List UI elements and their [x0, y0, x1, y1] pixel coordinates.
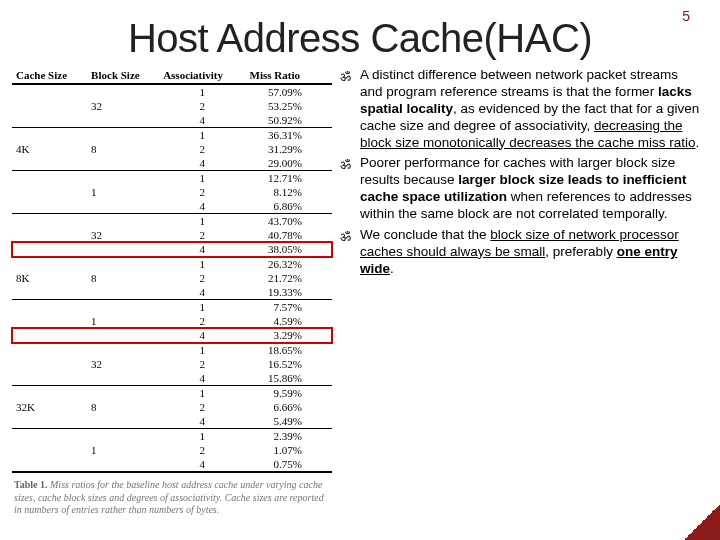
table-cell: 1: [87, 185, 159, 199]
col-associativity: Associativity: [159, 67, 245, 84]
table-panel: Cache Size Block Size Associativity Miss…: [12, 67, 332, 517]
table-row: 429.00%: [12, 156, 332, 171]
table-cell: [87, 386, 159, 401]
table-cell: 36.31%: [246, 128, 332, 143]
table-cell: 16.52%: [246, 357, 332, 371]
table-row: 46.86%: [12, 199, 332, 214]
bullet-icon: ॐ: [340, 229, 351, 245]
content-row: Cache Size Block Size Associativity Miss…: [0, 67, 720, 517]
table-cell: 21.72%: [246, 271, 332, 285]
table-cell: 7.57%: [246, 300, 332, 315]
bullet-icon: ॐ: [340, 69, 351, 85]
bullet-icon: ॐ: [340, 157, 351, 173]
table-cell: [12, 386, 87, 401]
page-number: 5: [682, 8, 690, 24]
table-row: 32253.25%: [12, 99, 332, 113]
table-cell: 1: [159, 386, 245, 401]
table-row: 40.75%: [12, 457, 332, 472]
bullet-text: We conclude that the: [360, 227, 490, 242]
table-row: 118.65%: [12, 343, 332, 358]
table-caption: Table 1. Miss ratios for the baseline ho…: [12, 479, 332, 517]
table-cell: 18.65%: [246, 343, 332, 358]
table-cell: 1: [159, 84, 245, 99]
table-cell: 8K: [12, 271, 87, 285]
table-cell: 2: [159, 357, 245, 371]
table-cell: [87, 171, 159, 186]
table-cell: [12, 314, 87, 328]
table-row: 12.39%: [12, 429, 332, 444]
bullet-text: .: [695, 135, 699, 150]
table-cell: 1: [87, 443, 159, 457]
table-cell: 5.49%: [246, 414, 332, 429]
table-cell: 2: [159, 99, 245, 113]
table-row: 17.57%: [12, 300, 332, 315]
table-row: 450.92%: [12, 113, 332, 128]
table-cell: 6.66%: [246, 400, 332, 414]
table-cell: 32K: [12, 400, 87, 414]
table-row: 45.49%: [12, 414, 332, 429]
table-cell: 19.33%: [246, 285, 332, 300]
table-cell: 32: [87, 228, 159, 242]
table-cell: 4: [159, 285, 245, 300]
table-cell: 38.05%: [246, 242, 332, 257]
table-cell: 1.07%: [246, 443, 332, 457]
table-cell: [87, 257, 159, 272]
table-cell: [87, 156, 159, 171]
page-title: Host Address Cache(HAC): [0, 16, 720, 61]
col-cache-size: Cache Size: [12, 67, 87, 84]
table-row: 124.59%: [12, 314, 332, 328]
table-row: 438.05%: [12, 242, 332, 257]
table-row: 19.59%: [12, 386, 332, 401]
col-block-size: Block Size: [87, 67, 159, 84]
table-cell: [12, 357, 87, 371]
table-cell: 6.86%: [246, 199, 332, 214]
table-cell: [12, 156, 87, 171]
table-row: 32240.78%: [12, 228, 332, 242]
table-cell: [12, 457, 87, 472]
table-cell: [12, 242, 87, 257]
table-cell: 4: [159, 328, 245, 343]
table-cell: 2: [159, 142, 245, 156]
table-cell: 4: [159, 156, 245, 171]
miss-ratio-table: Cache Size Block Size Associativity Miss…: [12, 67, 332, 473]
table-cell: [12, 371, 87, 386]
table-cell: 4K: [12, 142, 87, 156]
table-cell: [87, 371, 159, 386]
table-cell: 4: [159, 457, 245, 472]
table-cell: [87, 242, 159, 257]
table-row: 157.09%: [12, 84, 332, 99]
table-cell: [12, 414, 87, 429]
table-cell: [12, 300, 87, 315]
table-row: 136.31%: [12, 128, 332, 143]
table-cell: [12, 285, 87, 300]
bullet-1: ॐ A distinct difference between network …: [340, 67, 702, 151]
table-cell: 40.78%: [246, 228, 332, 242]
table-cell: 57.09%: [246, 84, 332, 99]
bullet-2: ॐ Poorer performance for caches with lar…: [340, 155, 702, 223]
table-cell: [12, 343, 87, 358]
table-cell: 4: [159, 199, 245, 214]
table-cell: 15.86%: [246, 371, 332, 386]
table-row: 415.86%: [12, 371, 332, 386]
table-cell: [12, 443, 87, 457]
table-cell: 8.12%: [246, 185, 332, 199]
table-cell: [12, 429, 87, 444]
table-cell: 1: [159, 343, 245, 358]
table-cell: 1: [87, 314, 159, 328]
table-cell: [12, 228, 87, 242]
table-cell: 1: [159, 300, 245, 315]
table-row: 43.29%: [12, 328, 332, 343]
table-cell: [12, 128, 87, 143]
table-cell: [87, 285, 159, 300]
table-cell: 1: [159, 257, 245, 272]
table-cell: [12, 113, 87, 128]
table-cell: [87, 128, 159, 143]
table-cell: 50.92%: [246, 113, 332, 128]
table-cell: [12, 214, 87, 229]
table-row: 121.07%: [12, 443, 332, 457]
table-cell: 3.29%: [246, 328, 332, 343]
bullet-text: .: [390, 261, 394, 276]
table-cell: [87, 343, 159, 358]
table-cell: 1: [159, 429, 245, 444]
table-cell: [87, 300, 159, 315]
